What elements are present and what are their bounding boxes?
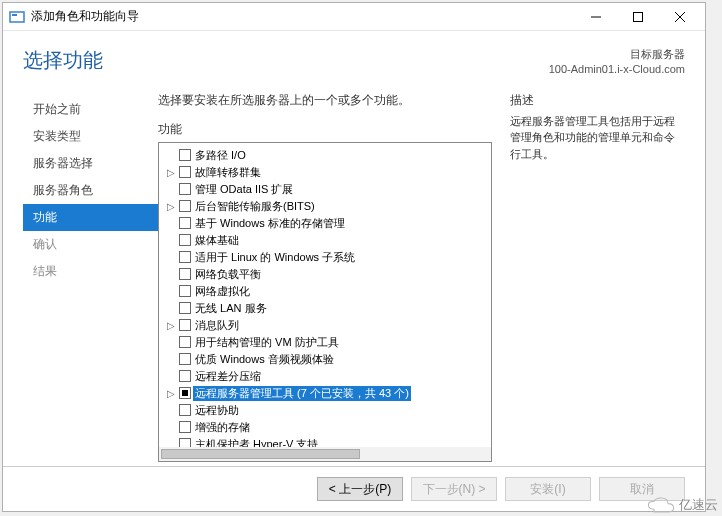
tree-item-label: 多路径 I/O xyxy=(193,148,248,163)
target-server-block: 目标服务器 100-Admin01.i-x-Cloud.com xyxy=(549,47,685,78)
sidebar-item-1[interactable]: 安装类型 xyxy=(23,123,158,150)
target-label: 目标服务器 xyxy=(549,47,685,62)
checkbox[interactable] xyxy=(179,387,191,399)
tree-item[interactable]: ▷后台智能传输服务(BITS) xyxy=(163,198,487,215)
sidebar-item-0[interactable]: 开始之前 xyxy=(23,96,158,123)
app-icon xyxy=(9,9,25,25)
checkbox[interactable] xyxy=(179,370,191,382)
checkbox[interactable] xyxy=(179,251,191,263)
main: 选择要安装在所选服务器上的一个或多个功能。 功能 多路径 I/O▷故障转移群集管… xyxy=(158,92,685,462)
titlebar: 添加角色和功能向导 xyxy=(3,3,705,31)
tree-item-label: 适用于 Linux 的 Windows 子系统 xyxy=(193,250,357,265)
install-button[interactable]: 安装(I) xyxy=(505,477,591,501)
checkbox[interactable] xyxy=(179,149,191,161)
tree-item-label: 无线 LAN 服务 xyxy=(193,301,269,316)
checkbox[interactable] xyxy=(179,353,191,365)
tree-item-label: 远程差分压缩 xyxy=(193,369,263,384)
tree-item[interactable]: 多路径 I/O xyxy=(163,147,487,164)
checkbox[interactable] xyxy=(179,183,191,195)
tree-item[interactable]: 媒体基础 xyxy=(163,232,487,249)
tree-item[interactable]: ▷远程服务器管理工具 (7 个已安装，共 43 个) xyxy=(163,385,487,402)
tree-item-label: 远程协助 xyxy=(193,403,241,418)
previous-button[interactable]: < 上一步(P) xyxy=(317,477,403,501)
page-title: 选择功能 xyxy=(23,47,103,74)
tree-item[interactable]: 适用于 Linux 的 Windows 子系统 xyxy=(163,249,487,266)
tree-item-label: 消息队列 xyxy=(193,318,241,333)
checkbox[interactable] xyxy=(179,319,191,331)
tree-item-label: 故障转移群集 xyxy=(193,165,263,180)
tree-item-label: 增强的存储 xyxy=(193,420,252,435)
checkbox[interactable] xyxy=(179,217,191,229)
watermark-text: 亿速云 xyxy=(679,496,718,514)
expand-icon[interactable]: ▷ xyxy=(165,166,177,178)
tree-item-label: 优质 Windows 音频视频体验 xyxy=(193,352,336,367)
tree-item[interactable]: 网络负载平衡 xyxy=(163,266,487,283)
tree-item-label: 媒体基础 xyxy=(193,233,241,248)
tree-item[interactable]: 用于结构管理的 VM 防护工具 xyxy=(163,334,487,351)
checkbox[interactable] xyxy=(179,234,191,246)
description-label: 描述 xyxy=(510,92,685,109)
checkbox[interactable] xyxy=(179,268,191,280)
tree-item[interactable]: 远程协助 xyxy=(163,402,487,419)
target-value: 100-Admin01.i-x-Cloud.com xyxy=(549,62,685,77)
checkbox[interactable] xyxy=(179,302,191,314)
expand-icon[interactable]: ▷ xyxy=(165,319,177,331)
wizard-window: 添加角色和功能向导 选择功能 目标服务器 100-Admin01.i-x-Clo… xyxy=(2,2,706,512)
checkbox[interactable] xyxy=(179,200,191,212)
sidebar-item-3[interactable]: 服务器角色 xyxy=(23,177,158,204)
next-button[interactable]: 下一步(N) > xyxy=(411,477,497,501)
tree-item[interactable]: 无线 LAN 服务 xyxy=(163,300,487,317)
tree-item-label: 管理 OData IIS 扩展 xyxy=(193,182,295,197)
scroll-thumb[interactable] xyxy=(161,449,360,459)
description-column: 描述 远程服务器管理工具包括用于远程管理角色和功能的管理单元和命令行工具。 xyxy=(510,92,685,462)
checkbox[interactable] xyxy=(179,285,191,297)
sidebar-item-5[interactable]: 确认 xyxy=(23,231,158,258)
titlebar-controls xyxy=(575,5,701,29)
sidebar-item-2[interactable]: 服务器选择 xyxy=(23,150,158,177)
tree-item-label: 远程服务器管理工具 (7 个已安装，共 43 个) xyxy=(193,386,411,401)
tree-item[interactable]: 增强的存储 xyxy=(163,419,487,436)
checkbox[interactable] xyxy=(179,166,191,178)
tree-item-label: 基于 Windows 标准的存储管理 xyxy=(193,216,347,231)
expand-icon[interactable]: ▷ xyxy=(165,387,177,399)
description-text: 远程服务器管理工具包括用于远程管理角色和功能的管理单元和命令行工具。 xyxy=(510,113,685,163)
horizontal-scrollbar[interactable] xyxy=(159,447,491,461)
tree-item-label: 后台智能传输服务(BITS) xyxy=(193,199,317,214)
watermark: 亿速云 xyxy=(647,496,718,514)
tree-item[interactable]: 基于 Windows 标准的存储管理 xyxy=(163,215,487,232)
close-button[interactable] xyxy=(659,5,701,29)
maximize-button[interactable] xyxy=(617,5,659,29)
minimize-button[interactable] xyxy=(575,5,617,29)
tree-item-label: 网络虚拟化 xyxy=(193,284,252,299)
features-label: 功能 xyxy=(158,121,492,138)
svg-rect-3 xyxy=(634,12,643,21)
features-tree[interactable]: 多路径 I/O▷故障转移群集管理 OData IIS 扩展▷后台智能传输服务(B… xyxy=(158,142,492,462)
sidebar-item-4[interactable]: 功能 xyxy=(23,204,158,231)
tree-item[interactable]: ▷消息队列 xyxy=(163,317,487,334)
titlebar-left: 添加角色和功能向导 xyxy=(9,8,139,25)
tree-item-label: 网络负载平衡 xyxy=(193,267,263,282)
svg-rect-0 xyxy=(10,12,24,22)
checkbox[interactable] xyxy=(179,336,191,348)
svg-rect-1 xyxy=(12,14,17,16)
tree-item[interactable]: 管理 OData IIS 扩展 xyxy=(163,181,487,198)
tree-item[interactable]: 网络虚拟化 xyxy=(163,283,487,300)
checkbox[interactable] xyxy=(179,404,191,416)
header: 选择功能 目标服务器 100-Admin01.i-x-Cloud.com xyxy=(3,31,705,82)
sidebar-item-6[interactable]: 结果 xyxy=(23,258,158,285)
footer: < 上一步(P) 下一步(N) > 安装(I) 取消 xyxy=(3,466,705,511)
cloud-icon xyxy=(647,496,675,514)
tree-item[interactable]: 远程差分压缩 xyxy=(163,368,487,385)
tree-item[interactable]: ▷故障转移群集 xyxy=(163,164,487,181)
window-title: 添加角色和功能向导 xyxy=(31,8,139,25)
body: 开始之前安装类型服务器选择服务器角色功能确认结果 选择要安装在所选服务器上的一个… xyxy=(3,82,705,466)
features-column: 选择要安装在所选服务器上的一个或多个功能。 功能 多路径 I/O▷故障转移群集管… xyxy=(158,92,492,462)
tree-item[interactable]: 优质 Windows 音频视频体验 xyxy=(163,351,487,368)
sidebar: 开始之前安装类型服务器选择服务器角色功能确认结果 xyxy=(23,92,158,462)
tree-item-label: 用于结构管理的 VM 防护工具 xyxy=(193,335,341,350)
expand-icon[interactable]: ▷ xyxy=(165,200,177,212)
checkbox[interactable] xyxy=(179,421,191,433)
instruction-text: 选择要安装在所选服务器上的一个或多个功能。 xyxy=(158,92,492,109)
